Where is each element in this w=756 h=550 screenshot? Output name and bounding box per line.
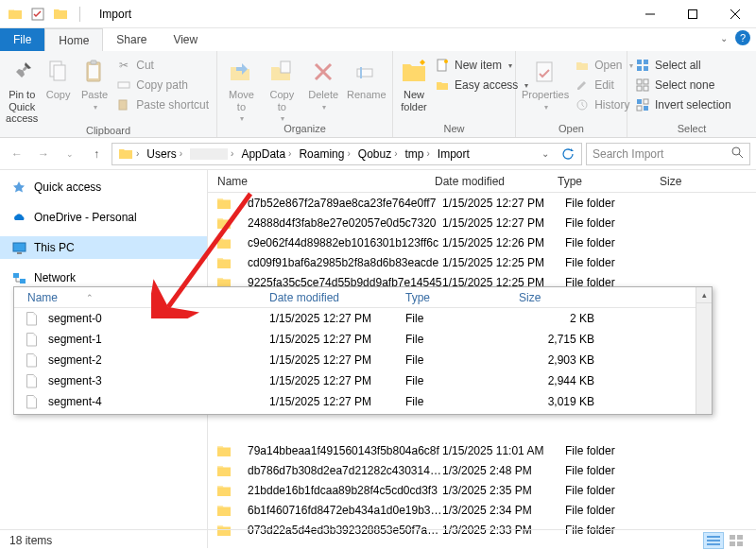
folder-name: c9e062f44d89882eb1016301b123ff6c: [238, 236, 442, 249]
history-icon: [575, 97, 590, 112]
nav-quick-access[interactable]: Quick access: [0, 176, 207, 198]
cut-button[interactable]: ✂ Cut: [114, 57, 211, 74]
paste-button[interactable]: Paste ▾: [78, 55, 111, 112]
breadcrumb-item[interactable]: Qobuz›: [354, 147, 402, 161]
invert-selection-button[interactable]: Invert selection: [633, 96, 733, 113]
ribbon-collapse-icon[interactable]: ⌄: [720, 33, 728, 43]
folder-row[interactable]: 79a14bbeaa1f491560143f5b804a6c8f 1/15/20…: [208, 440, 756, 460]
file-icon: [26, 312, 43, 326]
select-none-button[interactable]: Select none: [633, 77, 733, 94]
file-type: File: [405, 312, 519, 325]
ribbon-tabs: File Home Share View ⌄ ?: [0, 28, 756, 51]
overlay-col-name[interactable]: Name: [27, 291, 58, 304]
overlay-scrollbar[interactable]: ▴: [696, 287, 712, 414]
up-button[interactable]: ↑: [85, 143, 108, 165]
folder-name: 21bdde16b1fdcaa89b28f4c5cd0cd3f3: [238, 484, 442, 497]
breadcrumb-item[interactable]: AppData›: [237, 147, 295, 161]
breadcrumb-item[interactable]: Roaming›: [295, 147, 353, 161]
file-name: segment-3: [48, 374, 269, 387]
folder-icon: [215, 503, 232, 518]
nav-onedrive[interactable]: OneDrive - Personal: [0, 206, 207, 229]
col-date[interactable]: Date modified: [435, 175, 558, 188]
back-button[interactable]: ←: [6, 143, 28, 165]
copy-to-button[interactable]: Copy to▾: [264, 55, 301, 123]
file-row[interactable]: segment-1 1/15/2025 12:27 PM File 2,715 …: [14, 329, 696, 350]
minimize-button[interactable]: [628, 0, 671, 28]
properties-button[interactable]: Properties▾: [522, 55, 569, 112]
svg-rect-37: [730, 535, 735, 540]
tab-share[interactable]: Share: [103, 28, 160, 51]
history-button[interactable]: History: [573, 96, 634, 113]
folder-type: File folder: [565, 216, 667, 230]
pin-quick-access-button[interactable]: Pin to Quick access: [6, 55, 38, 125]
svg-rect-26: [644, 99, 648, 104]
delete-button[interactable]: Delete▾: [304, 55, 343, 112]
folder-icon: [215, 255, 232, 270]
details-view-button[interactable]: [703, 532, 724, 549]
new-folder-button[interactable]: New folder: [399, 55, 429, 112]
file-name: segment-0: [48, 312, 269, 325]
file-row[interactable]: segment-2 1/15/2025 12:27 PM File 2,903 …: [14, 350, 696, 370]
folder-icon: [8, 7, 23, 22]
folder-row[interactable]: c9e062f44d89882eb1016301b123ff6c 1/15/20…: [208, 232, 756, 252]
svg-rect-40: [737, 541, 743, 546]
folder-row[interactable]: db786d7b308d2ea7d21282c430314623 1/3/202…: [208, 460, 756, 480]
move-to-button[interactable]: Move to▾: [223, 55, 260, 123]
paste-shortcut-button[interactable]: Paste shortcut: [114, 96, 211, 113]
refresh-button[interactable]: [557, 144, 579, 164]
overlay-col-date[interactable]: Date modified: [269, 291, 405, 304]
recent-dropdown[interactable]: ⌄: [59, 143, 81, 165]
folder-date: 1/15/2025 12:27 PM: [442, 216, 565, 230]
breadcrumb-root[interactable]: ›: [114, 146, 143, 162]
scroll-up-icon[interactable]: ▴: [696, 287, 712, 303]
overlay-col-size[interactable]: Size: [519, 291, 604, 304]
folder-date: 1/3/2025 2:35 PM: [442, 484, 565, 497]
select-all-button[interactable]: Select all: [633, 57, 733, 74]
breadcrumb-item[interactable]: tmp›: [402, 147, 434, 161]
folder-type: File folder: [565, 197, 667, 210]
address-bar-row: ← → ⌄ ↑ › Users› › AppData› Roaming› Qob…: [0, 138, 756, 170]
forward-button[interactable]: →: [32, 143, 55, 165]
open-button[interactable]: Open▾: [573, 57, 634, 74]
rename-button[interactable]: Rename: [347, 55, 387, 101]
breadcrumb-item[interactable]: Users›: [143, 147, 186, 161]
status-bar: 18 items: [0, 529, 756, 550]
copy-button[interactable]: Copy: [42, 55, 74, 101]
file-type: File: [405, 374, 519, 387]
tab-view[interactable]: View: [160, 28, 211, 51]
svg-rect-10: [357, 69, 372, 77]
properties-quick-icon[interactable]: [30, 7, 45, 22]
titlebar: Import: [0, 0, 756, 28]
file-row[interactable]: segment-4 1/15/2025 12:27 PM File 3,019 …: [14, 391, 696, 412]
nav-this-pc[interactable]: This PC: [0, 236, 207, 259]
file-row[interactable]: segment-0 1/15/2025 12:27 PM File 2 KB: [14, 308, 696, 329]
maximize-button[interactable]: [671, 0, 713, 28]
thumbnail-view-button[interactable]: [726, 532, 747, 549]
tab-home[interactable]: Home: [44, 28, 103, 51]
breadcrumb-item[interactable]: ›: [186, 148, 237, 160]
file-row[interactable]: segment-3 1/15/2025 12:27 PM File 2,944 …: [14, 370, 696, 391]
file-size: 3,019 KB: [519, 395, 604, 408]
folder-row[interactable]: 24888d4f3fab8e27e02057e0d5c7320 1/15/202…: [208, 213, 756, 232]
overlay-column-headers: Name ⌃ Date modified Type Size: [14, 287, 696, 308]
overlay-col-type[interactable]: Type: [405, 291, 519, 304]
paste-icon: [79, 57, 110, 87]
address-dropdown[interactable]: ⌄: [538, 148, 553, 159]
copy-path-button[interactable]: Copy path: [114, 77, 211, 94]
col-size[interactable]: Size: [660, 175, 716, 188]
tab-file[interactable]: File: [0, 28, 44, 51]
svg-rect-29: [13, 243, 26, 251]
search-input[interactable]: Search Import: [586, 143, 750, 165]
help-icon[interactable]: ?: [735, 30, 750, 45]
col-name[interactable]: Name: [208, 175, 435, 188]
breadcrumb-item[interactable]: Import: [434, 147, 473, 161]
folder-row[interactable]: d7b52e867f2a789ae8ca23fe764e0ff7 1/15/20…: [208, 193, 756, 213]
file-date: 1/15/2025 12:27 PM: [269, 333, 405, 346]
folder-row[interactable]: cd09f91baf6a2985b2f8a8d6b83eacde 1/15/20…: [208, 252, 756, 272]
folder-row[interactable]: 21bdde16b1fdcaa89b28f4c5cd0cd3f3 1/3/202…: [208, 480, 756, 500]
address-bar[interactable]: › Users› › AppData› Roaming› Qobuz› tmp›…: [112, 143, 582, 165]
folder-row[interactable]: 6b1f460716fd8472eb434a1d0e19b38a 1/3/202…: [208, 500, 756, 520]
col-type[interactable]: Type: [558, 175, 660, 188]
edit-button[interactable]: Edit: [573, 77, 634, 94]
close-button[interactable]: [713, 0, 756, 28]
